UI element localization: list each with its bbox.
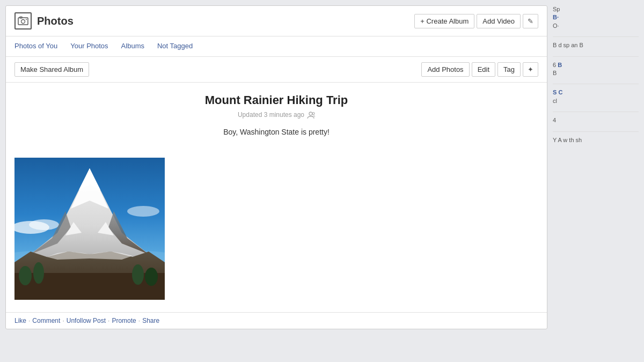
sidebar-link-b2[interactable]: B: [558, 62, 562, 68]
people-icon: [306, 110, 315, 119]
sep-4: ·: [138, 317, 140, 324]
sidebar-text-2: O·: [553, 23, 559, 29]
sidebar-divider-1: [553, 36, 639, 37]
unfollow-link[interactable]: Unfollow Post: [67, 317, 106, 324]
add-photos-button[interactable]: Add Photos: [421, 62, 469, 77]
photos-icon: [14, 12, 32, 29]
page-title: Photos: [37, 15, 74, 27]
photo-thumbnail[interactable]: [14, 158, 165, 301]
add-video-button[interactable]: Add Video: [477, 14, 521, 28]
svg-point-9: [29, 219, 59, 230]
svg-point-2: [21, 20, 25, 24]
sep-1: ·: [28, 317, 30, 324]
album-description: Boy, Washington State is pretty!: [14, 128, 538, 136]
toolbar-right: Add Photos Edit Tag ✦: [421, 62, 538, 77]
like-link[interactable]: Like: [14, 317, 26, 324]
tag-button[interactable]: Tag: [497, 62, 521, 77]
sidebar-section-1: Sp B· O·: [553, 5, 639, 30]
svg-point-24: [145, 268, 158, 286]
sidebar-section-3: 6 B B: [553, 61, 639, 78]
sidebar-section-6: Y A w th sh: [553, 136, 639, 144]
tab-albums[interactable]: Albums: [121, 36, 144, 56]
make-shared-album-button[interactable]: Make Shared Album: [14, 62, 89, 77]
edit-button[interactable]: Edit: [472, 62, 495, 77]
svg-point-21: [19, 266, 32, 285]
main-panel: Photos + Create Album Add Video ✎ Photos…: [5, 5, 547, 329]
sidebar-text-7: 4: [553, 117, 556, 123]
sep-2: ·: [62, 317, 64, 324]
svg-point-3: [26, 19, 27, 20]
album-updated: Updated 3 minutes ago: [14, 110, 538, 119]
photos-header: Photos + Create Album Add Video ✎: [6, 6, 547, 36]
sidebar-text-8: Y A w th sh: [553, 137, 582, 143]
comment-link[interactable]: Comment: [32, 317, 60, 324]
tab-your-photos[interactable]: Your Photos: [70, 36, 108, 56]
svg-point-10: [127, 206, 159, 217]
sidebar-divider-2: [553, 56, 639, 57]
share-link[interactable]: Share: [142, 317, 159, 324]
sidebar-link-sc[interactable]: S C: [553, 89, 562, 95]
sidebar-text-3: B d sp an B: [553, 42, 583, 48]
promote-link[interactable]: Promote: [112, 317, 136, 324]
sidebar-divider-3: [553, 84, 639, 84]
sidebar-section-2: B d sp an B: [553, 41, 639, 49]
updated-text: Updated 3 minutes ago: [238, 111, 304, 119]
album-photos: [6, 158, 547, 312]
svg-point-23: [132, 264, 144, 285]
album-title: Mount Rainier Hiking Trip: [14, 93, 538, 107]
album-toolbar: Make Shared Album Add Photos Edit Tag ✦: [6, 57, 547, 83]
sidebar-text-6: cl: [553, 98, 557, 104]
sidebar-divider-5: [553, 131, 639, 132]
sidebar-section-4: S C cl: [553, 88, 639, 105]
right-sidebar: Sp B· O· B d sp an B 6 B B S C cl 4 Y A …: [553, 5, 639, 329]
post-footer: Like · Comment · Unfollow Post · Promote…: [6, 312, 547, 329]
tab-photos-of-you[interactable]: Photos of You: [14, 36, 57, 56]
nav-tabs: Photos of You Your Photos Albums Not Tag…: [6, 36, 547, 57]
sidebar-text-1: Sp: [553, 6, 560, 12]
sidebar-link-b[interactable]: B·: [553, 14, 559, 20]
sidebar-text-5: B: [553, 70, 557, 76]
sep-3: ·: [108, 317, 109, 324]
svg-point-22: [33, 262, 44, 284]
edit-pencil-button[interactable]: ✎: [523, 14, 538, 28]
sidebar-divider-4: [553, 112, 639, 112]
create-album-button[interactable]: + Create Album: [414, 14, 474, 28]
settings-icon-button[interactable]: ✦: [523, 62, 538, 77]
tab-not-tagged[interactable]: Not Tagged: [157, 36, 193, 56]
header-actions: + Create Album Add Video ✎: [414, 14, 538, 28]
svg-point-4: [309, 112, 312, 115]
album-content: Mount Rainier Hiking Trip Updated 3 minu…: [6, 83, 547, 158]
sidebar-text-4: 6: [553, 62, 558, 68]
photos-title-group: Photos: [14, 12, 74, 29]
sidebar-section-5: 4: [553, 116, 639, 124]
